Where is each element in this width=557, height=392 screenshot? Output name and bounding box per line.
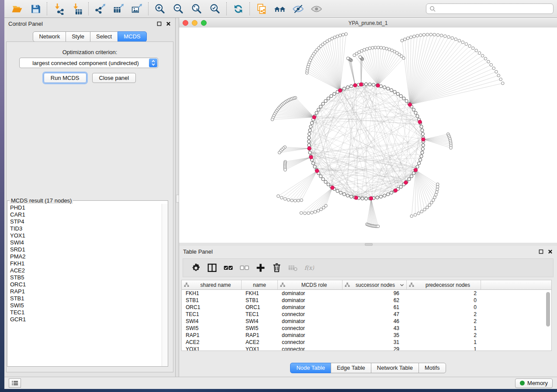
leaf-node[interactable] [433,196,436,199]
dominator-node[interactable] [308,147,311,150]
ring-node[interactable] [405,100,408,103]
ring-node[interactable] [410,175,413,178]
leaf-node[interactable] [478,52,481,55]
network-canvas[interactable] [179,28,557,243]
ring-node[interactable] [324,180,327,183]
leaf-node[interactable] [495,70,498,73]
mcds-result-node[interactable]: STP4 [7,218,162,225]
leaf-node[interactable] [346,57,349,60]
leaf-node[interactable] [294,199,297,202]
table-row[interactable]: ACE2ACE2connector311 [182,339,551,346]
ring-node[interactable] [346,194,349,197]
dominator-node[interactable] [376,84,380,87]
import-network-button[interactable] [49,1,68,17]
leaf-node[interactable] [300,199,303,202]
deselect-all-checkboxes-button[interactable] [236,260,253,276]
show-all-button[interactable] [307,1,325,17]
dominator-node[interactable] [359,83,363,86]
ring-node[interactable] [346,86,349,89]
dominator-node[interactable] [309,155,313,159]
save-session-button[interactable] [26,1,45,17]
leaf-node[interactable] [447,35,450,38]
ring-node[interactable] [322,178,325,181]
leaf-node[interactable] [401,39,404,42]
mcds-result-node[interactable]: PMA2 [7,253,162,260]
leaf-node[interactable] [368,47,371,50]
ring-node[interactable] [327,183,330,186]
close-panel-icon[interactable] [547,249,553,254]
dominator-node[interactable] [414,168,417,172]
dominator-node[interactable] [394,189,397,192]
ring-node[interactable] [317,108,320,111]
leaf-node[interactable] [339,34,342,37]
table-row[interactable]: SWI5SWI5connector431 [182,325,551,332]
ring-node[interactable] [308,136,311,139]
leaf-node[interactable] [420,210,423,213]
leaf-node[interactable] [465,43,468,46]
column-header-shared-name[interactable]: shared name [182,280,242,289]
leaf-node[interactable] [363,48,366,52]
ring-node[interactable] [412,108,415,111]
mcds-result-node[interactable]: FKH1 [7,260,162,267]
leaf-node[interactable] [345,33,348,36]
leaf-node[interactable] [377,46,380,49]
dominator-node[interactable] [315,169,319,172]
ring-node[interactable] [368,83,371,86]
network-graph[interactable] [179,28,557,243]
ring-node[interactable] [421,147,424,150]
column-header-predecessor-nodes[interactable]: predecessor nodes [407,280,481,289]
leaf-node[interactable] [333,36,336,39]
leaf-node[interactable] [359,55,362,58]
leaf-node[interactable] [300,212,303,215]
leaf-node[interactable] [422,33,426,36]
dominator-node[interactable] [331,186,334,189]
leaf-node[interactable] [435,191,438,194]
table-row[interactable]: TEC1TEC1connector472 [182,311,551,318]
leaf-node[interactable] [382,47,385,50]
ring-node[interactable] [393,90,396,93]
ring-node[interactable] [421,129,424,132]
vertical-splitter[interactable] [175,18,179,377]
ring-node[interactable] [349,85,353,88]
ring-node[interactable] [420,155,423,158]
leaf-node[interactable] [304,212,307,215]
leaf-node[interactable] [406,37,409,40]
mcds-result-node[interactable]: TEC1 [7,309,162,316]
memory-button[interactable]: Memory [515,378,553,388]
mcds-result-node[interactable]: SWI5 [7,302,162,309]
column-layout-button[interactable] [204,260,220,276]
leaf-node[interactable] [501,82,504,85]
tab-select[interactable]: Select [90,31,118,42]
ring-node[interactable] [308,129,311,132]
ring-node[interactable] [414,111,417,114]
mcds-result-node[interactable]: SWI4 [7,239,162,246]
zoom-fit-button[interactable] [187,1,206,17]
leaf-node[interactable] [451,37,454,40]
leaf-node[interactable] [402,57,405,60]
ring-node[interactable] [390,89,393,92]
ring-node[interactable] [383,86,386,89]
ring-node[interactable] [419,158,422,162]
leaf-node[interactable] [371,46,374,49]
leaf-node[interactable] [419,34,422,37]
leaf-node[interactable] [430,201,433,204]
ring-node[interactable] [309,125,312,128]
leaf-node[interactable] [336,35,339,38]
dominator-node[interactable] [354,196,358,199]
ring-node[interactable] [310,121,313,124]
ring-node[interactable] [343,87,346,90]
table-row[interactable]: RAP1RAP1dominator352 [182,332,551,339]
leaf-node[interactable] [317,209,320,212]
ring-node[interactable] [322,102,325,105]
ring-node[interactable] [396,92,399,95]
leaf-node[interactable] [284,197,287,200]
leaf-node[interactable] [481,54,484,57]
tab-node-table[interactable]: Node Table [290,363,331,373]
leaf-node[interactable] [471,47,474,50]
ring-node[interactable] [308,144,311,147]
leaf-node[interactable] [454,38,457,41]
leaf-node[interactable] [377,225,380,228]
hide-selected-button[interactable] [289,1,307,17]
tab-edge-table[interactable]: Edge Table [331,363,371,373]
ring-node[interactable] [390,191,393,194]
